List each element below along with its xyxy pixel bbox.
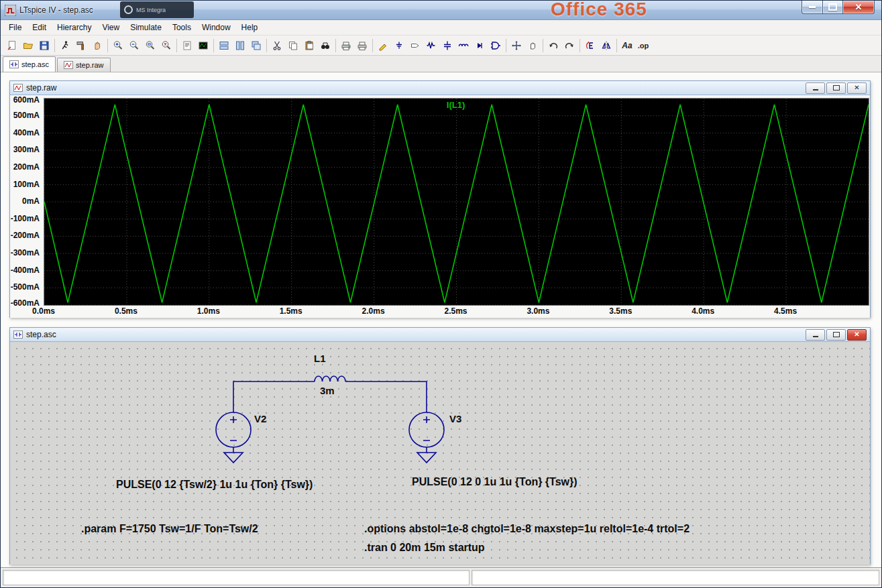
diode-button[interactable] xyxy=(472,38,488,53)
background-window-artifact: MS Integra xyxy=(120,1,194,18)
menu-window[interactable]: Window xyxy=(197,21,236,34)
print-setup-icon xyxy=(340,40,352,51)
param-directive[interactable]: .param F=1750 Tsw=1/F Ton=Tsw/2 xyxy=(81,523,258,535)
text-button[interactable]: Aa xyxy=(619,38,635,53)
inductor-value-label[interactable]: 3m xyxy=(320,385,335,396)
trace-legend[interactable]: I(L1) xyxy=(44,100,868,110)
ground-symbol-v3[interactable] xyxy=(417,453,436,463)
move-button[interactable] xyxy=(508,38,525,53)
copy-button[interactable] xyxy=(285,38,301,53)
undo-button[interactable] xyxy=(545,38,561,53)
cascade-windows-button[interactable] xyxy=(248,38,264,53)
child-maximize-button[interactable] xyxy=(826,329,846,341)
tab-step-raw[interactable]: step.raw xyxy=(57,58,111,72)
drag-button[interactable] xyxy=(525,38,541,53)
save-button[interactable] xyxy=(36,38,52,53)
tran-directive[interactable]: .tran 0 20m 15m startup xyxy=(364,542,485,554)
capacitor-button[interactable] xyxy=(439,38,455,53)
ground-symbol-v2[interactable] xyxy=(224,453,243,463)
cut-button[interactable] xyxy=(269,38,285,53)
child-close-button[interactable]: ✕ xyxy=(847,82,867,94)
new-schematic-icon xyxy=(6,40,18,51)
v3-ref-label[interactable]: V3 xyxy=(449,413,461,424)
maximize-button[interactable] xyxy=(823,1,843,14)
toolbar-separator xyxy=(580,39,580,52)
x-axis: 0.0ms 0.5ms 1.0ms 1.5ms 2.0ms 2.5ms 3.0m… xyxy=(44,306,868,317)
close-icon: ✕ xyxy=(855,2,863,12)
menu-hierarchy[interactable]: Hierarchy xyxy=(52,21,97,34)
voltage-source-V3-symbol[interactable] xyxy=(409,412,444,453)
menu-edit[interactable]: Edit xyxy=(27,21,52,34)
inductor-button[interactable] xyxy=(455,38,472,53)
menu-file[interactable]: File xyxy=(3,21,27,34)
zoom-in-button[interactable] xyxy=(110,38,126,53)
wire-button[interactable] xyxy=(375,38,391,53)
minimize-button[interactable] xyxy=(802,1,823,14)
find-button[interactable] xyxy=(317,38,333,53)
spice-directive-button[interactable]: .op xyxy=(635,38,651,53)
tile-vertical-button[interactable] xyxy=(232,38,248,53)
y-tick-label: -300mA xyxy=(11,248,40,257)
diode-icon xyxy=(474,40,486,51)
text-tool-icon: Aa xyxy=(622,41,632,50)
voltage-source-V2-symbol[interactable] xyxy=(216,412,251,453)
close-button[interactable]: ✕ xyxy=(843,1,875,14)
waveform-pane[interactable]: I(L1) 600mA 500mA 400mA 300mA 200mA 100m… xyxy=(10,95,870,318)
resistor-button[interactable] xyxy=(423,38,439,53)
menu-tools[interactable]: Tools xyxy=(167,21,197,34)
mirror-button[interactable] xyxy=(598,38,614,53)
print-button[interactable] xyxy=(354,38,370,53)
schematic-tab-icon xyxy=(9,60,19,68)
component-button[interactable] xyxy=(488,38,504,53)
plot-settings-button[interactable] xyxy=(195,38,211,53)
new-schematic-button[interactable] xyxy=(4,38,20,53)
tile-horizontal-icon xyxy=(218,40,230,51)
schematic-window-titlebar[interactable]: step.asc ✕ xyxy=(10,328,870,342)
x-tick-label: 0.0ms xyxy=(32,306,55,316)
inductor-ref-label[interactable]: L1 xyxy=(314,353,326,364)
zoom-full-extents-button[interactable] xyxy=(158,38,174,53)
waveform-window: step.raw ✕ I(L1) 600mA 500mA xyxy=(9,80,871,318)
child-minimize-button[interactable] xyxy=(806,329,825,341)
label-tag-icon xyxy=(409,40,421,51)
maximize-icon xyxy=(833,332,840,337)
waveform-window-titlebar[interactable]: step.raw ✕ xyxy=(10,81,870,95)
v3-value-label[interactable]: PULSE(0 12 0 1u 1u {Ton} {Tsw}) xyxy=(412,476,577,488)
rotate-button[interactable] xyxy=(582,38,598,53)
netlist-button[interactable] xyxy=(179,38,195,53)
move-arrows-icon xyxy=(510,40,522,51)
waveform-tab-icon xyxy=(64,61,73,69)
waveform-plot[interactable] xyxy=(44,98,869,306)
redo-button[interactable] xyxy=(561,38,577,53)
inductor-icon xyxy=(457,40,470,51)
y-axis: 600mA 500mA 400mA 300mA 200mA 100mA 0mA … xyxy=(10,98,41,304)
open-file-button[interactable] xyxy=(20,38,36,53)
titlebar[interactable]: LTspice IV - step.asc MS Integra Office … xyxy=(1,1,881,20)
zoom-fit-button[interactable] xyxy=(142,38,158,53)
tab-step-asc[interactable]: step.asc xyxy=(3,56,56,72)
tile-horizontal-button[interactable] xyxy=(216,38,232,53)
child-close-button[interactable]: ✕ xyxy=(847,329,867,341)
v2-value-label[interactable]: PULSE(0 12 {Tsw/2} 1u 1u {Ton} {Tsw}) xyxy=(116,479,313,491)
child-minimize-button[interactable] xyxy=(806,82,825,94)
schematic-canvas[interactable]: L1 3m V2 V3 PULSE(0 12 {Tsw/2} 1u 1u {To… xyxy=(10,342,870,565)
paste-button[interactable] xyxy=(301,38,317,53)
ground-button[interactable] xyxy=(391,38,407,53)
menu-view[interactable]: View xyxy=(97,21,125,34)
zoom-back-button[interactable] xyxy=(126,38,142,53)
halt-button[interactable] xyxy=(89,38,105,53)
child-maximize-button[interactable] xyxy=(826,82,846,94)
toolbar: Aa .op xyxy=(1,36,881,56)
net-label-button[interactable] xyxy=(407,38,423,53)
control-panel-button[interactable] xyxy=(73,38,89,53)
run-simulation-button[interactable] xyxy=(57,38,73,53)
save-floppy-icon xyxy=(38,40,50,51)
drag-hand-icon xyxy=(527,40,539,51)
menu-help[interactable]: Help xyxy=(236,21,264,34)
menu-simulate[interactable]: Simulate xyxy=(125,21,167,34)
v2-ref-label[interactable]: V2 xyxy=(254,413,266,424)
options-directive[interactable]: .options abstol=1e-8 chgtol=1e-8 maxstep… xyxy=(364,523,690,535)
y-tick-label: 300mA xyxy=(13,145,40,154)
inductor-L1-symbol[interactable] xyxy=(315,376,345,381)
print-setup-button[interactable] xyxy=(338,38,354,53)
